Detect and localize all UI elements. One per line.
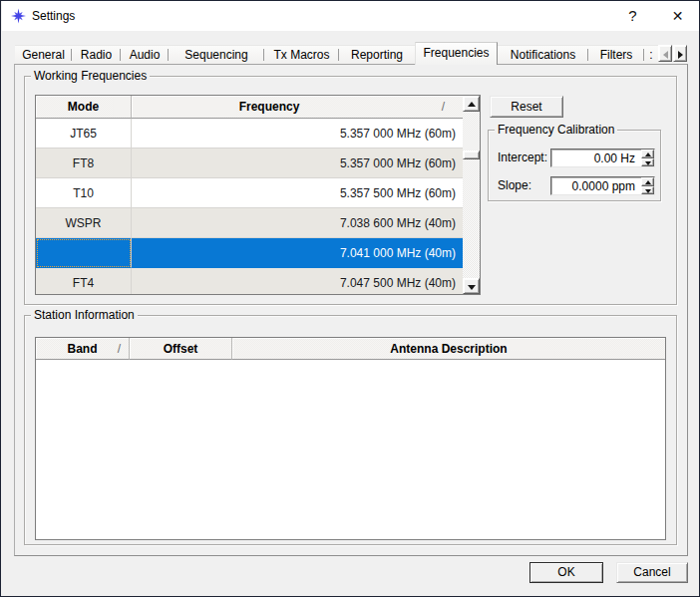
table-row[interactable]: FT8 5.357 000 MHz (60m) <box>36 149 463 178</box>
scrollbar-down-button[interactable] <box>463 278 480 294</box>
tab-frequencies[interactable]: Frequencies <box>415 42 498 65</box>
settings-dialog: Settings ? ✕ General Radio Audio Sequenc… <box>0 0 700 597</box>
down-arrow-icon <box>645 189 651 193</box>
close-button[interactable]: ✕ <box>655 1 700 31</box>
intercept-spin-up-button[interactable] <box>641 149 654 158</box>
scrollbar-thumb[interactable] <box>463 150 480 159</box>
tab-notifications[interactable]: Notifications <box>498 45 588 64</box>
up-arrow-icon <box>645 152 651 156</box>
tab-scroll-left-button[interactable] <box>658 45 672 62</box>
table-row[interactable]: JT65 5.357 000 MHz (60m) <box>36 119 463 149</box>
intercept-spin-down-button[interactable] <box>641 158 654 167</box>
station-information-table: Band / Offset Antenna Description <box>35 337 666 540</box>
tab-radio[interactable]: Radio <box>72 45 121 64</box>
tab-sequencing[interactable]: Sequencing <box>169 45 264 64</box>
tab-reporting[interactable]: Reporting <box>339 45 415 64</box>
frequencies-table: Mode Frequency / JT65 5.357 000 MHz (60m… <box>35 95 481 295</box>
down-arrow-icon <box>468 285 476 290</box>
tab-general[interactable]: General <box>15 45 72 64</box>
tab-clipped[interactable]: : <box>644 45 658 64</box>
window-title: Settings <box>32 1 75 31</box>
column-header-mode[interactable]: Mode <box>36 96 132 119</box>
right-arrow-icon <box>678 51 683 59</box>
scrollbar-track[interactable] <box>463 96 480 294</box>
sort-indicator-icon: / <box>118 338 121 359</box>
column-header-offset[interactable]: Offset <box>130 338 232 360</box>
vertical-scrollbar[interactable] <box>463 96 480 294</box>
slope-spin-up-button[interactable] <box>641 177 654 186</box>
tab-scroll-right-button[interactable] <box>673 45 687 62</box>
column-header-band[interactable]: Band / <box>36 338 130 360</box>
down-arrow-icon <box>645 161 651 165</box>
table-row[interactable]: FT4 7.047 500 MHz (40m) <box>36 268 463 295</box>
titlebar: Settings ? ✕ <box>2 1 700 31</box>
up-arrow-icon <box>645 180 651 184</box>
slope-spinbox[interactable]: 0.0000 ppm <box>550 176 655 195</box>
table-row[interactable]: WSPR 7.038 600 MHz (40m) <box>36 208 463 238</box>
slope-label: Slope: <box>498 178 531 192</box>
up-arrow-icon <box>468 102 476 107</box>
help-button[interactable]: ? <box>610 1 655 31</box>
app-icon <box>11 8 26 24</box>
column-header-antenna-description[interactable]: Antenna Description <box>232 338 665 360</box>
intercept-value[interactable]: 0.00 Hz <box>552 150 640 165</box>
slope-value[interactable]: 0.0000 ppm <box>552 178 640 193</box>
intercept-spinbox[interactable]: 0.00 Hz <box>550 149 655 167</box>
working-frequencies-group-label: Working Frequencies <box>31 70 150 83</box>
tab-filters[interactable]: Filters <box>588 45 644 64</box>
station-information-group-label: Station Information <box>31 309 138 322</box>
slope-spin-down-button[interactable] <box>641 186 654 195</box>
cancel-button[interactable]: Cancel <box>616 562 688 583</box>
intercept-label: Intercept: <box>498 150 547 164</box>
tab-tx-macros[interactable]: Tx Macros <box>264 45 339 64</box>
left-arrow-icon <box>663 51 668 59</box>
column-header-frequency[interactable]: Frequency / <box>132 96 463 119</box>
tab-audio[interactable]: Audio <box>121 45 169 64</box>
ok-button[interactable]: OK <box>529 562 603 583</box>
station-table-header: Band / Offset Antenna Description <box>36 338 665 360</box>
table-row[interactable]: T10 5.357 500 MHz (60m) <box>36 178 463 208</box>
frequency-calibration-group-label: Frequency Calibration <box>495 124 617 137</box>
frequencies-table-header: Mode Frequency / <box>36 96 463 119</box>
table-row-selected[interactable]: 7.041 000 MHz (40m) <box>36 238 463 268</box>
scrollbar-up-button[interactable] <box>463 96 480 112</box>
sort-indicator-icon: / <box>442 96 445 118</box>
reset-button[interactable]: Reset <box>490 96 563 118</box>
